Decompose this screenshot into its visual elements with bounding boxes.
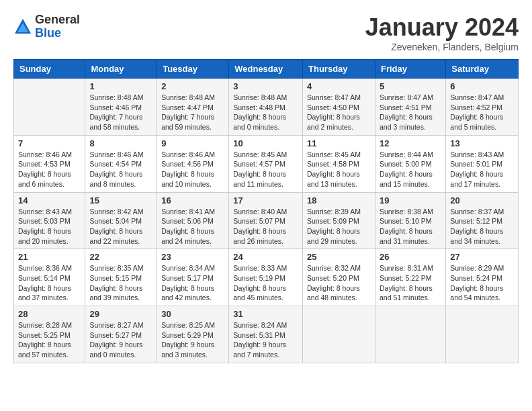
day-number: 22 [89,252,152,262]
calendar-day-cell [303,306,375,363]
calendar-day-cell: 27Sunrise: 8:29 AMSunset: 5:24 PMDayligh… [446,249,519,306]
weekday-header: Tuesday [157,60,229,79]
calendar-day-cell: 10Sunrise: 8:45 AMSunset: 4:57 PMDayligh… [229,135,303,192]
calendar-day-cell: 8Sunrise: 8:46 AMSunset: 4:54 PMDaylight… [85,135,157,192]
calendar-day-cell [14,79,85,136]
day-number: 3 [233,81,298,91]
day-info: Sunrise: 8:34 AMSunset: 5:17 PMDaylight:… [161,263,224,303]
logo-icon [13,17,32,36]
calendar-day-cell: 12Sunrise: 8:44 AMSunset: 5:00 PMDayligh… [375,135,445,192]
day-number: 5 [380,81,441,91]
day-number: 31 [233,309,298,319]
day-number: 11 [307,138,371,148]
calendar-header: SundayMondayTuesdayWednesdayThursdayFrid… [14,60,519,79]
calendar-day-cell: 28Sunrise: 8:28 AMSunset: 5:25 PMDayligh… [14,306,85,363]
day-number: 4 [307,81,371,91]
weekday-header: Friday [375,60,445,79]
calendar-day-cell: 2Sunrise: 8:48 AMSunset: 4:47 PMDaylight… [157,79,229,136]
calendar-week-row: 7Sunrise: 8:46 AMSunset: 4:53 PMDaylight… [14,135,519,192]
calendar-day-cell: 18Sunrise: 8:39 AMSunset: 5:09 PMDayligh… [303,192,375,249]
day-info: Sunrise: 8:43 AMSunset: 5:01 PMDaylight:… [450,150,514,189]
calendar-day-cell: 26Sunrise: 8:31 AMSunset: 5:22 PMDayligh… [375,249,445,306]
calendar-day-cell: 21Sunrise: 8:36 AMSunset: 5:14 PMDayligh… [14,249,85,306]
day-number: 23 [161,252,224,262]
day-info: Sunrise: 8:37 AMSunset: 5:12 PMDaylight:… [450,207,514,246]
calendar-day-cell: 16Sunrise: 8:41 AMSunset: 5:06 PMDayligh… [157,192,229,249]
day-number: 25 [307,252,371,262]
day-number: 10 [233,138,298,148]
title-block: January 2024 Zeveneken, Flanders, Belgiu… [365,13,519,52]
day-info: Sunrise: 8:45 AMSunset: 4:57 PMDaylight:… [233,150,298,189]
calendar-day-cell: 22Sunrise: 8:35 AMSunset: 5:15 PMDayligh… [85,249,157,306]
day-info: Sunrise: 8:36 AMSunset: 5:14 PMDaylight:… [18,263,81,303]
calendar-day-cell: 7Sunrise: 8:46 AMSunset: 4:53 PMDaylight… [14,135,85,192]
header-row: SundayMondayTuesdayWednesdayThursdayFrid… [14,60,519,79]
day-info: Sunrise: 8:47 AMSunset: 4:52 PMDaylight:… [450,93,514,132]
day-info: Sunrise: 8:25 AMSunset: 5:29 PMDaylight:… [161,320,224,360]
calendar-day-cell: 15Sunrise: 8:42 AMSunset: 5:04 PMDayligh… [85,192,157,249]
calendar-day-cell [446,306,519,363]
calendar-table: SundayMondayTuesdayWednesdayThursdayFrid… [13,59,519,363]
day-info: Sunrise: 8:24 AMSunset: 5:31 PMDaylight:… [233,320,298,360]
calendar-week-row: 28Sunrise: 8:28 AMSunset: 5:25 PMDayligh… [14,306,519,363]
day-number: 7 [18,138,81,148]
calendar-day-cell: 11Sunrise: 8:45 AMSunset: 4:58 PMDayligh… [303,135,375,192]
day-number: 2 [161,81,224,91]
day-info: Sunrise: 8:44 AMSunset: 5:00 PMDaylight:… [380,150,441,189]
day-number: 9 [161,138,224,148]
calendar-day-cell: 29Sunrise: 8:27 AMSunset: 5:27 PMDayligh… [85,306,157,363]
day-info: Sunrise: 8:29 AMSunset: 5:24 PMDaylight:… [450,263,514,303]
day-number: 16 [161,195,224,205]
calendar-day-cell: 23Sunrise: 8:34 AMSunset: 5:17 PMDayligh… [157,249,229,306]
calendar-day-cell: 20Sunrise: 8:37 AMSunset: 5:12 PMDayligh… [446,192,519,249]
day-number: 14 [18,195,81,205]
day-info: Sunrise: 8:41 AMSunset: 5:06 PMDaylight:… [161,207,224,246]
page-header: General Blue January 2024 Zeveneken, Fla… [13,13,519,52]
calendar-day-cell: 6Sunrise: 8:47 AMSunset: 4:52 PMDaylight… [446,79,519,136]
day-number: 1 [89,81,152,91]
day-info: Sunrise: 8:32 AMSunset: 5:20 PMDaylight:… [307,263,371,303]
day-info: Sunrise: 8:48 AMSunset: 4:48 PMDaylight:… [233,93,298,132]
calendar-day-cell: 1Sunrise: 8:48 AMSunset: 4:46 PMDaylight… [85,79,157,136]
calendar-day-cell: 24Sunrise: 8:33 AMSunset: 5:19 PMDayligh… [229,249,303,306]
weekday-header: Sunday [14,60,85,79]
day-info: Sunrise: 8:39 AMSunset: 5:09 PMDaylight:… [307,207,371,246]
day-number: 18 [307,195,371,205]
calendar-day-cell: 14Sunrise: 8:43 AMSunset: 5:03 PMDayligh… [14,192,85,249]
day-number: 15 [89,195,152,205]
day-info: Sunrise: 8:42 AMSunset: 5:04 PMDaylight:… [89,207,152,246]
day-number: 17 [233,195,298,205]
day-info: Sunrise: 8:46 AMSunset: 4:54 PMDaylight:… [89,150,152,189]
calendar-day-cell: 25Sunrise: 8:32 AMSunset: 5:20 PMDayligh… [303,249,375,306]
calendar-body: 1Sunrise: 8:48 AMSunset: 4:46 PMDaylight… [14,79,519,363]
logo-text: General Blue [35,13,80,40]
location: Zeveneken, Flanders, Belgium [365,42,519,52]
logo-blue: Blue [35,27,80,40]
calendar-day-cell [375,306,445,363]
day-info: Sunrise: 8:48 AMSunset: 4:47 PMDaylight:… [161,93,224,132]
day-info: Sunrise: 8:45 AMSunset: 4:58 PMDaylight:… [307,150,371,189]
weekday-header: Monday [85,60,157,79]
day-number: 6 [450,81,514,91]
day-number: 20 [450,195,514,205]
calendar-day-cell: 9Sunrise: 8:46 AMSunset: 4:56 PMDaylight… [157,135,229,192]
day-number: 12 [380,138,441,148]
day-number: 8 [89,138,152,148]
day-number: 19 [380,195,441,205]
day-number: 26 [380,252,441,262]
day-info: Sunrise: 8:43 AMSunset: 5:03 PMDaylight:… [18,207,81,246]
day-number: 13 [450,138,514,148]
calendar-week-row: 14Sunrise: 8:43 AMSunset: 5:03 PMDayligh… [14,192,519,249]
calendar-day-cell: 4Sunrise: 8:47 AMSunset: 4:50 PMDaylight… [303,79,375,136]
day-info: Sunrise: 8:38 AMSunset: 5:10 PMDaylight:… [380,207,441,246]
logo: General Blue [13,13,80,40]
calendar-week-row: 21Sunrise: 8:36 AMSunset: 5:14 PMDayligh… [14,249,519,306]
day-info: Sunrise: 8:48 AMSunset: 4:46 PMDaylight:… [89,93,152,132]
weekday-header: Saturday [446,60,519,79]
calendar-day-cell: 17Sunrise: 8:40 AMSunset: 5:07 PMDayligh… [229,192,303,249]
calendar-day-cell: 19Sunrise: 8:38 AMSunset: 5:10 PMDayligh… [375,192,445,249]
month-title: January 2024 [365,13,519,42]
logo-general: General [35,13,80,27]
calendar-day-cell: 30Sunrise: 8:25 AMSunset: 5:29 PMDayligh… [157,306,229,363]
day-info: Sunrise: 8:47 AMSunset: 4:51 PMDaylight:… [380,93,441,132]
